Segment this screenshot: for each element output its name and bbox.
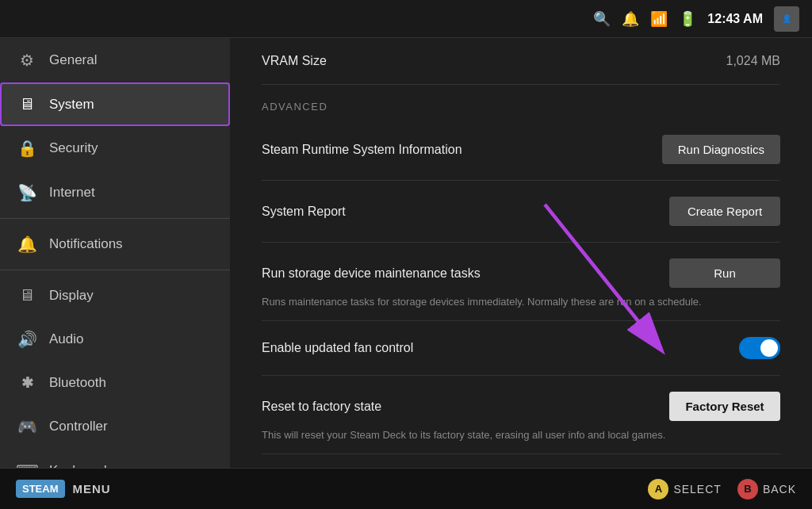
sidebar-item-label: Bluetooth bbox=[49, 375, 106, 391]
fan-control-label: Enable updated fan control bbox=[262, 341, 739, 355]
select-button-group: A SELECT bbox=[648, 479, 721, 499]
factory-reset-button[interactable]: Factory Reset bbox=[669, 392, 780, 421]
top-bar: 🔍 🔔 📶 🔋 12:43 AM 👤 bbox=[0, 0, 812, 38]
steam-badge[interactable]: STEAM bbox=[16, 480, 65, 498]
select-label: SELECT bbox=[673, 483, 721, 496]
status-icons: 🔍 🔔 📶 🔋 12:43 AM 👤 bbox=[593, 6, 799, 32]
battery-icon: 🔋 bbox=[679, 10, 696, 28]
steam-runtime-label: Steam Runtime System Information bbox=[262, 143, 662, 157]
run-maintenance-button[interactable]: Run bbox=[669, 258, 780, 288]
a-button[interactable]: A bbox=[648, 479, 668, 499]
bottom-right-controls: A SELECT B BACK bbox=[648, 479, 796, 499]
vram-label: VRAM Size bbox=[262, 54, 710, 68]
b-button[interactable]: B bbox=[737, 479, 758, 499]
main-layout: ⚙ General 🖥 System 🔒 Security 📡 Internet… bbox=[0, 38, 812, 468]
sidebar-item-general[interactable]: ⚙ General bbox=[0, 38, 230, 82]
sidebar-item-label: Keyboard bbox=[49, 463, 107, 468]
system-icon: 🖥 bbox=[16, 95, 38, 113]
sidebar-divider bbox=[0, 270, 230, 270]
clock: 12:43 AM bbox=[707, 12, 763, 26]
sidebar-item-display[interactable]: 🖥 Display bbox=[0, 274, 230, 317]
audio-icon: 🔊 bbox=[16, 330, 38, 349]
sidebar-item-label: General bbox=[49, 52, 97, 68]
vram-value: 1,024 MB bbox=[726, 54, 780, 68]
sidebar: ⚙ General 🖥 System 🔒 Security 📡 Internet… bbox=[0, 38, 230, 468]
back-button-group: B BACK bbox=[737, 479, 796, 499]
sidebar-item-audio[interactable]: 🔊 Audio bbox=[0, 317, 230, 362]
internet-icon: 📡 bbox=[16, 183, 38, 202]
advanced-section-header: ADVANCED bbox=[262, 85, 780, 119]
sidebar-item-label: Display bbox=[49, 288, 94, 304]
search-icon[interactable]: 🔍 bbox=[593, 10, 611, 28]
notification-icon[interactable]: 🔔 bbox=[622, 10, 639, 28]
security-icon: 🔒 bbox=[16, 139, 38, 158]
sidebar-item-bluetooth[interactable]: ✱ Bluetooth bbox=[0, 362, 230, 404]
system-report-row: System Report Create Report bbox=[262, 181, 780, 243]
sidebar-item-security[interactable]: 🔒 Security bbox=[0, 126, 230, 170]
system-report-label: System Report bbox=[262, 205, 669, 219]
steam-runtime-row: Steam Runtime System Information Run Dia… bbox=[262, 119, 780, 181]
storage-maintenance-subtext: Runs maintenance tasks for storage devic… bbox=[262, 296, 780, 320]
avatar[interactable]: 👤 bbox=[774, 6, 799, 32]
back-label: BACK bbox=[763, 483, 796, 496]
wifi-icon: 📶 bbox=[650, 10, 668, 28]
fan-control-row: Enable updated fan control bbox=[262, 321, 780, 376]
content-area: VRAM Size 1,024 MB ADVANCED Steam Runtim… bbox=[230, 38, 812, 468]
sidebar-item-label: Audio bbox=[49, 331, 83, 347]
sidebar-item-notifications[interactable]: 🔔 Notifications bbox=[0, 222, 230, 266]
controller-icon: 🎮 bbox=[16, 417, 38, 436]
bottom-bar: STEAM MENU A SELECT B BACK bbox=[0, 468, 812, 509]
storage-maintenance-label: Run storage device maintenance tasks bbox=[262, 266, 669, 281]
vram-row: VRAM Size 1,024 MB bbox=[262, 38, 780, 85]
storage-maintenance-section: Run storage device maintenance tasks Run… bbox=[262, 243, 780, 321]
menu-label: MENU bbox=[73, 482, 111, 496]
sidebar-item-keyboard[interactable]: ⌨ Keyboard bbox=[0, 449, 230, 468]
factory-reset-label: Reset to factory state bbox=[262, 400, 669, 414]
notifications-icon: 🔔 bbox=[16, 235, 38, 254]
factory-reset-subtext: This will reset your Steam Deck to its f… bbox=[262, 429, 780, 454]
bluetooth-icon: ✱ bbox=[16, 374, 38, 392]
create-report-button[interactable]: Create Report bbox=[669, 197, 780, 226]
factory-reset-section: Reset to factory state Factory Reset Thi… bbox=[262, 376, 780, 454]
bottom-left-controls: STEAM MENU bbox=[16, 480, 111, 498]
sidebar-item-controller[interactable]: 🎮 Controller bbox=[0, 404, 230, 449]
sidebar-item-label: Controller bbox=[49, 419, 108, 434]
sidebar-item-system[interactable]: 🖥 System bbox=[0, 82, 230, 126]
sidebar-item-label: Security bbox=[49, 140, 98, 156]
general-icon: ⚙ bbox=[16, 51, 38, 70]
fan-control-toggle[interactable] bbox=[739, 337, 780, 359]
display-icon: 🖥 bbox=[16, 286, 38, 304]
sidebar-item-internet[interactable]: 📡 Internet bbox=[0, 170, 230, 215]
sidebar-item-label: Internet bbox=[49, 185, 95, 201]
run-diagnostics-button[interactable]: Run Diagnostics bbox=[662, 135, 780, 164]
keyboard-icon: ⌨ bbox=[16, 461, 38, 468]
sidebar-item-label: System bbox=[49, 97, 94, 113]
sidebar-divider bbox=[0, 218, 230, 219]
sidebar-item-label: Notifications bbox=[49, 236, 123, 252]
